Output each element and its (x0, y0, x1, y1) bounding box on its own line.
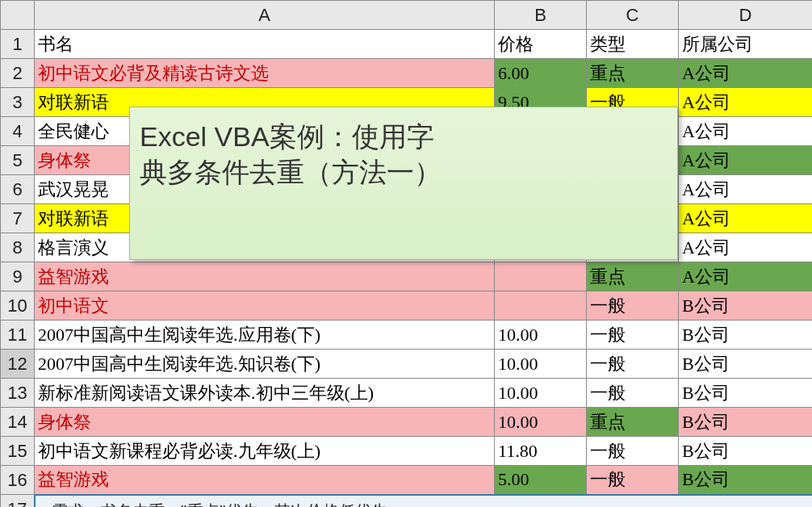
row-header[interactable]: 12 (1, 350, 35, 379)
cell-company[interactable]: B公司 (679, 350, 813, 379)
cell-price[interactable] (495, 262, 587, 291)
cell-book-name[interactable]: 2007中国高中生阅读年选.应用卷(下) (35, 321, 495, 350)
row-header[interactable]: 4 (1, 117, 35, 146)
cell-D1[interactable]: 所属公司 (679, 30, 813, 59)
row-header[interactable]: 6 (1, 175, 35, 204)
overlay-line1: Excel VBA案例：使用字 (140, 119, 668, 154)
table-row: 15初中语文新课程必背必读.九年级(上)11.80一般B公司 (1, 437, 813, 466)
cell-book-name[interactable]: 初中语文新课程必背必读.九年级(上) (35, 437, 495, 466)
cell-price[interactable]: 6.00 (495, 59, 587, 88)
cell-book-name[interactable]: 益智游戏 (35, 262, 495, 291)
requirement-note[interactable]: 需求：书名去重，"重点"优先，其次价格低优先 (35, 495, 813, 508)
cell-type[interactable]: 一般 (587, 321, 679, 350)
cell-book-name[interactable]: 身体祭 (35, 408, 495, 437)
cell-price[interactable]: 10.00 (495, 350, 587, 379)
cell-company[interactable]: A公司 (679, 88, 813, 117)
cell-B1[interactable]: 价格 (495, 30, 587, 59)
table-row: 10初中语文一般B公司 (1, 291, 813, 321)
cell-company[interactable]: A公司 (679, 175, 813, 204)
cell-A1[interactable]: 书名 (35, 30, 495, 59)
row-header[interactable]: 1 (1, 30, 35, 59)
cell-company[interactable]: A公司 (679, 204, 813, 233)
cell-company[interactable]: B公司 (679, 437, 813, 466)
cell-type[interactable]: 重点 (587, 262, 679, 291)
table-row: 122007中国高中生阅读年选.知识卷(下)10.00一般B公司 (1, 350, 813, 379)
row-header[interactable]: 11 (1, 321, 35, 350)
cell-company[interactable]: B公司 (679, 379, 813, 408)
table-row: 9益智游戏重点A公司 (1, 262, 813, 291)
cell-book-name[interactable]: 初中语文 (35, 291, 495, 321)
cell-type[interactable]: 重点 (587, 408, 679, 437)
cell-price[interactable]: 10.00 (495, 408, 587, 437)
cell-type[interactable]: 一般 (587, 466, 679, 495)
table-row: 2初中语文必背及精读古诗文选6.00重点A公司 (1, 59, 813, 88)
cell-company[interactable]: B公司 (679, 466, 813, 495)
cell-type[interactable]: 重点 (587, 59, 679, 88)
col-header-A[interactable]: A (35, 1, 495, 30)
row-header[interactable]: 2 (1, 59, 35, 88)
cell-book-name[interactable]: 2007中国高中生阅读年选.知识卷(下) (35, 350, 495, 379)
table-row: 16益智游戏5.00一般B公司 (1, 466, 813, 495)
cell-type[interactable]: 一般 (587, 437, 679, 466)
cell-price[interactable]: 11.80 (495, 437, 587, 466)
cell-company[interactable]: B公司 (679, 291, 813, 321)
row-header[interactable]: 15 (1, 437, 35, 466)
cell-company[interactable]: A公司 (679, 262, 813, 291)
row-header[interactable]: 14 (1, 408, 35, 437)
table-row: 14身体祭10.00重点B公司 (1, 408, 813, 437)
row-header[interactable]: 5 (1, 146, 35, 175)
row-header[interactable]: 7 (1, 204, 35, 233)
cell-C1[interactable]: 类型 (587, 30, 679, 59)
cell-company[interactable]: B公司 (679, 321, 813, 350)
col-header-B[interactable]: B (495, 1, 587, 30)
cell-company[interactable]: A公司 (679, 233, 813, 262)
row-header[interactable]: 10 (1, 291, 35, 321)
note-row: 17 需求：书名去重，"重点"优先，其次价格低优先 (1, 495, 813, 508)
cell-company[interactable]: A公司 (679, 59, 813, 88)
cell-type[interactable]: 一般 (587, 379, 679, 408)
cell-price[interactable]: 10.00 (495, 379, 587, 408)
cell-company[interactable]: A公司 (679, 146, 813, 175)
col-header-D[interactable]: D (679, 1, 813, 30)
cell-company[interactable]: B公司 (679, 408, 813, 437)
row-header[interactable]: 16 (1, 466, 35, 495)
select-all-corner[interactable] (1, 1, 35, 30)
cell-company[interactable]: A公司 (679, 117, 813, 146)
col-header-C[interactable]: C (587, 1, 679, 30)
row-header[interactable]: 17 (1, 495, 35, 508)
row-header[interactable]: 13 (1, 379, 35, 408)
row-header[interactable]: 8 (1, 233, 35, 262)
cell-type[interactable]: 一般 (587, 291, 679, 321)
title-overlay: Excel VBA案例：使用字 典多条件去重（方法一） (129, 107, 678, 260)
cell-price[interactable] (495, 291, 587, 321)
overlay-line2: 典多条件去重（方法一） (140, 154, 668, 190)
row-header[interactable]: 9 (1, 262, 35, 291)
column-header-row: A B C D (1, 1, 813, 30)
cell-price[interactable]: 5.00 (495, 466, 587, 495)
table-header-row: 1 书名 价格 类型 所属公司 (1, 30, 813, 59)
table-row: 112007中国高中生阅读年选.应用卷(下)10.00一般B公司 (1, 321, 813, 350)
cell-price[interactable]: 10.00 (495, 321, 587, 350)
row-header[interactable]: 3 (1, 88, 35, 117)
cell-book-name[interactable]: 益智游戏 (35, 466, 495, 495)
cell-book-name[interactable]: 新标准新阅读语文课外读本.初中三年级(上) (35, 379, 495, 408)
table-row: 13新标准新阅读语文课外读本.初中三年级(上)10.00一般B公司 (1, 379, 813, 408)
cell-type[interactable]: 一般 (587, 350, 679, 379)
cell-book-name[interactable]: 初中语文必背及精读古诗文选 (35, 59, 495, 88)
